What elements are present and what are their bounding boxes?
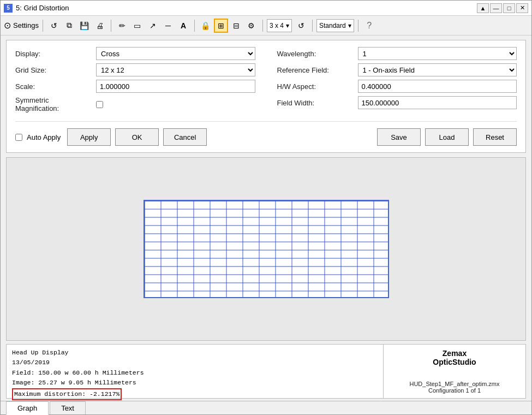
cancel-button[interactable]: Cancel (163, 128, 207, 146)
lock-btn[interactable]: 🔒 (199, 19, 213, 33)
copy-btn[interactable]: ⧉ (62, 19, 76, 33)
print-btn[interactable]: 🖨 (93, 19, 107, 33)
wavelength-label: Wavelength: (277, 50, 354, 58)
line-btn[interactable]: ─ (161, 19, 175, 33)
toolbar: ⊙ Settings ↺ ⧉ 💾 🖨 ✏ ▭ ↗ ─ A 🔒 ⊞ ⊟ ⚙ 3 x… (1, 16, 531, 35)
apply-button[interactable]: Apply (67, 128, 111, 146)
brand-top: Zemax OpticStudio (433, 349, 476, 366)
toolbar-sep-2 (111, 20, 111, 32)
status-line4: Image: 25.27 w 9.05 h Millimeters (12, 378, 378, 388)
scale-label: Scale: (15, 82, 92, 91)
display-label: Display: (15, 50, 92, 58)
ref-field-select[interactable]: 1 - On-axis Field (358, 63, 517, 76)
title-bar: 5 5: Grid Distortion ▲ — □ ✕ (1, 1, 531, 16)
toolbar-sep-1 (43, 20, 43, 32)
title-close-btn[interactable]: ✕ (516, 3, 528, 13)
ref-field-label: Reference Field: (277, 66, 354, 74)
toolbar-sep-4 (262, 20, 263, 32)
ref-field-row: Reference Field: 1 - On-axis Field (277, 63, 517, 76)
tab-text[interactable]: Text (50, 401, 86, 414)
standard-dropdown-icon: ▾ (348, 22, 351, 29)
text-btn[interactable]: A (176, 19, 190, 33)
toolbar-icons-section: ↺ ⧉ 💾 🖨 (47, 19, 107, 33)
settings-chevron-icon[interactable]: ⊙ (4, 20, 11, 31)
status-line5: Maximum distortion: -2.1217% (12, 388, 378, 400)
brand-bottom: HUD_Step1_MF_after_optim.zmx Configurati… (409, 381, 499, 394)
load-button[interactable]: Load (425, 128, 469, 146)
rect-btn[interactable]: ▭ (130, 19, 145, 33)
toolbar-sep-5 (312, 20, 313, 32)
status-line2: 13/05/2019 (12, 358, 378, 367)
distortion-highlight: Maximum distortion: -2.1217% (12, 388, 122, 400)
pencil-btn[interactable]: ✏ (115, 19, 129, 33)
status-bar: Head Up Display 13/05/2019 Field: 150.00… (6, 344, 526, 399)
status-line1: Head Up Display (12, 348, 378, 358)
window-title: 5: Grid Distortion (16, 4, 69, 12)
settings-columns: Display: Cross Grid Size: 12 x 12 Scale: (15, 47, 517, 112)
grid-size-label: Grid Size: (15, 66, 92, 74)
status-left: Head Up Display 13/05/2019 Field: 150.00… (7, 345, 384, 398)
display-row: Display: Cross (15, 47, 255, 60)
layers-btn[interactable]: ⊟ (229, 19, 243, 33)
toolbar-draw-section: ✏ ▭ ↗ ─ A (115, 19, 190, 33)
title-collapse-btn[interactable]: ▲ (477, 3, 489, 13)
toolbar-settings-section: ⊙ Settings (4, 20, 39, 31)
scale-input[interactable] (96, 80, 255, 93)
grid-svg (145, 201, 389, 298)
grid-canvas (144, 200, 389, 298)
grid-view-btn[interactable]: ⊞ (214, 19, 228, 33)
save-btn[interactable]: 💾 (77, 19, 92, 33)
grid-dropdown-icon: ▾ (286, 22, 289, 29)
hw-aspect-input[interactable] (358, 80, 517, 93)
standard-dropdown[interactable]: Standard ▾ (316, 19, 354, 32)
toolbar-view-section: 🔒 ⊞ ⊟ ⚙ (199, 19, 259, 33)
button-row: Auto Apply Apply OK Cancel Save Load Res… (15, 121, 517, 146)
field-width-input[interactable] (358, 96, 517, 109)
wavelength-select[interactable]: 1 (358, 47, 517, 60)
status-line3: Field: 150.00 w 60.00 h Millimeters (12, 368, 378, 378)
toolbar-sep-3 (194, 20, 195, 32)
settings-right-col: Wavelength: 1 Reference Field: 1 - On-ax… (266, 47, 517, 112)
grid-size-dropdown[interactable]: 3 x 4 ▾ (267, 19, 292, 32)
window-icon: 5 (4, 4, 13, 13)
sym-mag-label: Symmetric Magnification: (15, 96, 92, 112)
sym-mag-row: Symmetric Magnification: (15, 96, 255, 112)
wavelength-row: Wavelength: 1 (277, 47, 517, 60)
settings2-btn[interactable]: ⚙ (244, 19, 259, 33)
toolbar-sep-6 (358, 20, 358, 32)
sym-mag-checkbox[interactable] (96, 101, 103, 108)
settings-label[interactable]: Settings (13, 21, 39, 29)
hw-aspect-row: H/W Aspect: (277, 80, 517, 93)
refresh-btn[interactable]: ↺ (47, 19, 61, 33)
grid-size-row: Grid Size: 12 x 12 (15, 63, 255, 76)
arrow-btn[interactable]: ↗ (146, 19, 160, 33)
field-width-label: Field Width: (277, 99, 354, 107)
scale-row: Scale: (15, 80, 255, 93)
reset-button[interactable]: Reset (473, 128, 517, 146)
main-window: 5 5: Grid Distortion ▲ — □ ✕ ⊙ Settings … (0, 0, 532, 415)
graph-area (6, 157, 526, 341)
grid-size-select[interactable]: 12 x 12 (96, 63, 255, 76)
tab-bar: Graph Text (1, 401, 531, 414)
field-width-row: Field Width: (277, 96, 517, 109)
settings-panel: Display: Cross Grid Size: 12 x 12 Scale: (6, 40, 526, 153)
save-button[interactable]: Save (377, 128, 421, 146)
tab-graph[interactable]: Graph (6, 401, 49, 415)
title-controls: ▲ — □ ✕ (477, 3, 528, 13)
auto-apply-checkbox[interactable] (15, 134, 22, 141)
hw-aspect-label: H/W Aspect: (277, 82, 354, 91)
title-minimize-btn[interactable]: — (490, 3, 502, 13)
status-right: Zemax OpticStudio HUD_Step1_MF_after_opt… (384, 345, 525, 398)
ok-button[interactable]: OK (115, 128, 159, 146)
settings-left-col: Display: Cross Grid Size: 12 x 12 Scale: (15, 47, 266, 112)
auto-apply-label: Auto Apply (27, 133, 61, 141)
title-restore-btn[interactable]: □ (503, 3, 515, 13)
display-select[interactable]: Cross (96, 47, 255, 60)
title-bar-left: 5 5: Grid Distortion (4, 4, 69, 13)
help-btn[interactable]: ? (362, 19, 376, 33)
reset-btn[interactable]: ↺ (294, 19, 308, 33)
